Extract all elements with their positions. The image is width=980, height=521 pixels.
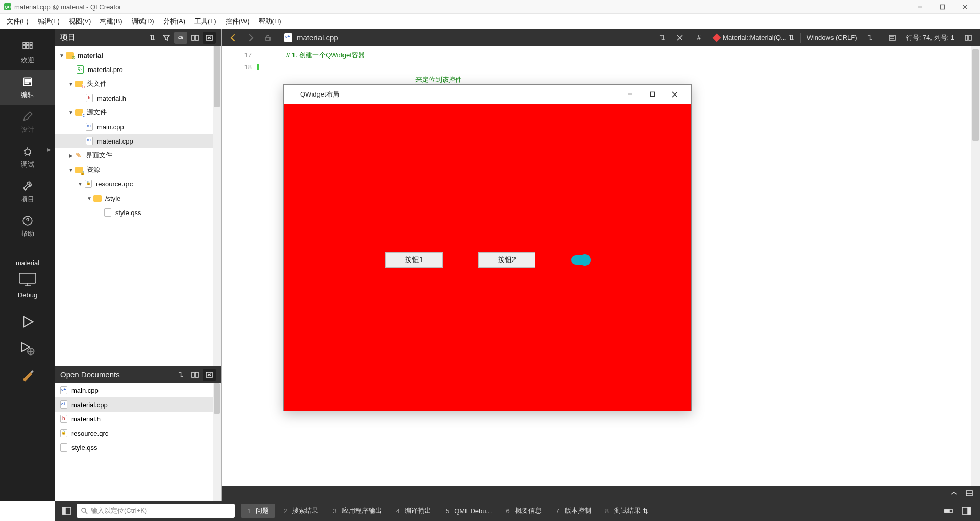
split-editor-icon[interactable] xyxy=(961,31,976,44)
close-panel-icon[interactable] xyxy=(203,32,216,44)
encoding-chevron-icon[interactable]: ⇅ xyxy=(863,31,878,44)
output-tab-issues[interactable]: 1问题 xyxy=(241,504,275,518)
tree-root[interactable]: ▼material xyxy=(55,48,221,62)
app-maximize-button[interactable] xyxy=(641,85,664,104)
open-docs-scrollbar[interactable] xyxy=(213,383,221,501)
tree-scrollbar[interactable] xyxy=(213,46,221,366)
open-doc-item[interactable]: resource.qrc xyxy=(55,426,221,440)
lock-icon[interactable] xyxy=(260,31,276,44)
run-debug-button[interactable] xyxy=(20,341,35,356)
open-doc-item[interactable]: style.qss xyxy=(55,440,221,455)
split-icon[interactable] xyxy=(188,32,202,44)
tree-style-folder[interactable]: ▼/style xyxy=(55,191,221,205)
kit-name[interactable]: material xyxy=(16,259,39,267)
monitor-icon[interactable] xyxy=(16,271,39,288)
tree-src2[interactable]: material.cpp xyxy=(55,134,221,148)
sort-icon[interactable]: ⇅ xyxy=(174,369,187,381)
mode-design[interactable]: 设计 xyxy=(0,105,55,139)
app-button-2[interactable]: 按钮2 xyxy=(478,252,535,268)
split-icon[interactable] xyxy=(188,369,202,381)
close-panel-icon[interactable] xyxy=(203,369,216,381)
maximize-button[interactable] xyxy=(931,0,953,14)
app-titlebar[interactable]: QWidget布局 xyxy=(284,85,691,104)
locator-input[interactable]: 输入以定位(Ctrl+K) xyxy=(77,504,235,518)
mode-help[interactable]: 帮助 xyxy=(0,209,55,244)
mode-welcome[interactable]: 欢迎 xyxy=(0,35,55,70)
tree-header-file[interactable]: material.h xyxy=(55,91,221,105)
menu-view[interactable]: 视图(V) xyxy=(64,15,95,28)
statusbar: 输入以定位(Ctrl+K) 1问题 2搜索结果 3应用程序输出 4编译输出 5Q… xyxy=(55,501,980,521)
output-tab-tests[interactable]: 8测试结果 ⇅ xyxy=(599,504,654,518)
tree-src1[interactable]: main.cpp xyxy=(55,120,221,134)
output-tab-compile[interactable]: 4编译输出 xyxy=(390,504,437,518)
tree-sources-label: 源文件 xyxy=(87,108,107,117)
tree-sources[interactable]: ▼源文件 xyxy=(55,105,221,120)
encoding-combo[interactable]: Windows (CRLF) xyxy=(803,32,862,44)
tree-headers[interactable]: ▼头文件 xyxy=(55,77,221,91)
tree-qrc-label: resource.qrc xyxy=(96,180,133,188)
sidebar-toggle-icon[interactable] xyxy=(59,504,75,518)
sidebar-right-icon[interactable] xyxy=(959,504,974,518)
mode-project[interactable]: 项目 xyxy=(0,174,55,209)
file-chevron-icon[interactable]: ⇅ xyxy=(655,31,670,44)
project-tree[interactable]: ▼material material.pro ▼头文件 material.h ▼… xyxy=(55,46,221,366)
running-app-window[interactable]: QWidget布局 按钮1 按钮2 xyxy=(283,84,692,411)
app-minimize-button[interactable] xyxy=(619,85,641,104)
output-tab-app[interactable]: 3应用程序输出 xyxy=(327,504,387,518)
run-button[interactable] xyxy=(20,314,35,329)
menu-tools[interactable]: 工具(T) xyxy=(190,15,221,28)
menu-debug[interactable]: 调试(D) xyxy=(127,15,159,28)
back-button[interactable] xyxy=(226,31,241,44)
progress-icon[interactable] xyxy=(941,504,957,518)
menu-analyze[interactable]: 分析(A) xyxy=(159,15,190,28)
output-tab-vcs[interactable]: 7版本控制 xyxy=(550,504,597,518)
open-doc-item[interactable]: main.cpp xyxy=(55,383,221,397)
tree-res[interactable]: ▼资源 xyxy=(55,162,221,177)
panel-toggle-icon[interactable] xyxy=(963,488,976,499)
chevron-up-icon[interactable] xyxy=(947,488,961,499)
svg-rect-9 xyxy=(25,81,31,82)
window-title: material.cpp @ material - Qt Creator xyxy=(14,3,121,11)
filter-icon[interactable] xyxy=(160,32,173,44)
app-button-1[interactable]: 按钮1 xyxy=(385,252,443,268)
editor-hash[interactable]: # xyxy=(693,32,705,44)
menu-edit[interactable]: 编辑(E) xyxy=(33,15,64,28)
help-icon xyxy=(21,214,34,227)
tree-pro[interactable]: material.pro xyxy=(55,62,221,77)
kit-mode[interactable]: Debug xyxy=(18,291,37,299)
mode-debug[interactable]: 调试 ▶ xyxy=(0,139,55,174)
line-gutter[interactable]: 17 18 xyxy=(222,46,261,486)
menu-build[interactable]: 构建(B) xyxy=(95,15,127,28)
open-docs-list[interactable]: main.cpp material.cpp material.h resourc… xyxy=(55,383,221,501)
sort-icon[interactable]: ⇅ xyxy=(145,32,159,44)
menu-help[interactable]: 帮助(H) xyxy=(254,15,286,28)
minimize-button[interactable] xyxy=(909,0,931,14)
link-icon[interactable] xyxy=(174,32,187,44)
mode-edit[interactable]: 编辑 xyxy=(0,70,55,105)
forward-button[interactable] xyxy=(243,31,258,44)
cursor-position[interactable]: 行号: 74, 列号: 1 xyxy=(901,33,960,42)
app-toggle[interactable] xyxy=(571,255,590,265)
svg-rect-4 xyxy=(23,46,25,48)
tree-qss[interactable]: style.qss xyxy=(55,205,221,220)
output-tab-search[interactable]: 2搜索结果 xyxy=(277,504,325,518)
output-tab-general[interactable]: 6概要信息 xyxy=(500,504,547,518)
open-docs-title[interactable]: Open Documents xyxy=(60,370,173,379)
editor-file-combo[interactable]: material.cpp xyxy=(281,33,654,42)
output-tab-qml[interactable]: 5QML Debu... xyxy=(439,504,498,518)
open-doc-item[interactable]: material.cpp xyxy=(55,397,221,412)
build-button[interactable] xyxy=(20,367,35,383)
app-close-button[interactable] xyxy=(664,85,686,104)
tree-forms[interactable]: ▶✎界面文件 xyxy=(55,148,221,162)
open-doc-item[interactable]: material.h xyxy=(55,412,221,426)
close-file-icon[interactable] xyxy=(672,31,688,44)
close-button[interactable] xyxy=(953,0,976,14)
symbol-combo[interactable]: Material::Material(Q... ⇅ xyxy=(709,32,798,44)
project-panel-title[interactable]: 项目 xyxy=(60,33,144,42)
menu-widgets[interactable]: 控件(W) xyxy=(221,15,254,28)
tree-qrc[interactable]: ▼resource.qrc xyxy=(55,177,221,191)
qtcreator-icon: QC xyxy=(4,3,11,10)
outline-icon[interactable] xyxy=(885,31,900,44)
editor-scrollbar[interactable] xyxy=(971,46,980,486)
menu-file[interactable]: 文件(F) xyxy=(2,15,33,28)
